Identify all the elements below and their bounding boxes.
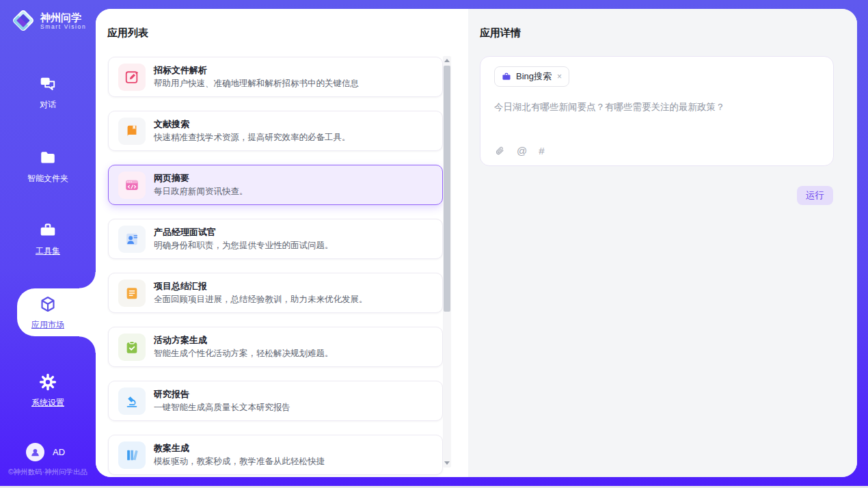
brand-name: 神州问学: [40, 12, 86, 23]
app-list-item[interactable]: 教案生成模板驱动，教案秒成，教学准备从此轻松快捷: [108, 435, 443, 475]
app-description: 模板驱动，教案秒成，教学准备从此轻松快捷: [154, 456, 325, 467]
sidebar-item-label: 工具集: [0, 245, 96, 257]
sidebar: 神州问学 Smart Vision 对话智能文件夹工具集应用市场系统设置 AD …: [0, 0, 96, 479]
brand-subtitle: Smart Vision: [40, 23, 86, 30]
sidebar-item-app-market[interactable]: 应用市场: [0, 295, 96, 331]
app-description: 帮助用户快速、准确地理解和解析招标书中的关键信息: [154, 78, 359, 90]
sidebar-item-label: 智能文件夹: [0, 173, 96, 185]
app-name: 研究报告: [154, 388, 189, 401]
app-description: 每日政府新闻资讯快查。: [154, 186, 248, 198]
event-plan-icon: [118, 334, 146, 361]
app-description: 全面回顾项目进展，总结经验教训，助力未来优化发展。: [154, 294, 368, 306]
chat-icon: [39, 75, 57, 93]
app-name: 教案生成: [154, 442, 189, 455]
app-name: 文献搜索: [154, 118, 189, 131]
cube-icon: [39, 295, 57, 313]
scrollbar-up-arrow-icon[interactable]: [444, 59, 450, 62]
tool-chip-bing-search[interactable]: Bing搜索 ×: [494, 66, 569, 87]
app-list-scrollbar[interactable]: [443, 56, 451, 467]
briefcase-icon: [502, 72, 511, 81]
query-text[interactable]: 今日湖北有哪些新闻要点？有哪些需要关注的最新政策？: [494, 100, 819, 113]
sidebar-item-label: 系统设置: [0, 397, 96, 409]
research-report-icon: [118, 388, 146, 415]
mention-icon[interactable]: @: [517, 146, 527, 157]
sidebar-item-smart-folder[interactable]: 智能文件夹: [0, 149, 96, 185]
project-summary-icon: [118, 280, 146, 307]
app-description: 明确身份和职责，为您提供专业性的面试问题。: [154, 240, 334, 252]
web-summary-icon: [118, 172, 146, 199]
app-list-item[interactable]: 研究报告一键智能生成高质量长文本研究报告: [108, 381, 443, 421]
app-list-item[interactable]: 文献搜索快速精准查找学术资源，提高研究效率的必备工具。: [108, 111, 443, 151]
app-name: 项目总结汇报: [154, 280, 207, 293]
app-name: 招标文件解析: [154, 64, 207, 77]
app-detail-title: 应用详情: [480, 27, 521, 40]
composer-toolbar: @ #: [494, 146, 545, 157]
run-button[interactable]: 运行: [797, 186, 833, 205]
app-description: 智能生成个性化活动方案，轻松解决规划难题。: [154, 348, 334, 360]
app-list: 招标文件解析帮助用户快速、准确地理解和解析招标书中的关键信息文献搜索快速精准查找…: [108, 57, 443, 477]
sidebar-item-label: 应用市场: [0, 319, 96, 331]
app-list-item[interactable]: 招标文件解析帮助用户快速、准确地理解和解析招标书中的关键信息: [108, 57, 443, 97]
query-card[interactable]: Bing搜索 × 今日湖北有哪些新闻要点？有哪些需要关注的最新政策？ @ #: [480, 56, 834, 166]
main-content: 应用列表 招标文件解析帮助用户快速、准确地理解和解析招标书中的关键信息文献搜索快…: [96, 9, 857, 477]
copyright-footer: ©神州数码·神州问学出品: [0, 467, 96, 477]
scrollbar-down-arrow-icon[interactable]: [444, 461, 450, 465]
lesson-plan-icon: [118, 442, 146, 469]
toolbox-icon: [39, 221, 57, 239]
app-list-item[interactable]: 产品经理面试官明确身份和职责，为您提供专业性的面试问题。: [108, 219, 443, 259]
app-description: 一键智能生成高质量长文本研究报告: [154, 402, 290, 414]
brand-logo: 神州问学 Smart Vision: [11, 8, 86, 33]
literature-search-icon: [118, 118, 146, 145]
folder-icon: [39, 149, 57, 167]
scrollbar-thumb[interactable]: [444, 66, 450, 312]
attachment-icon[interactable]: [494, 146, 505, 157]
sidebar-item-chat[interactable]: 对话: [0, 75, 96, 111]
sidebar-item-label: 对话: [0, 99, 96, 111]
sidebar-item-settings[interactable]: 系统设置: [0, 373, 96, 409]
sidebar-item-toolset[interactable]: 工具集: [0, 221, 96, 257]
app-detail-panel: 应用详情 Bing搜索 × 今日湖北有哪些新闻要点？有哪些需要关注的最新政策？ …: [468, 9, 857, 477]
app-name: 网页摘要: [154, 172, 189, 185]
app-description: 快速精准查找学术资源，提高研究效率的必备工具。: [154, 132, 351, 144]
gear-icon: [39, 373, 57, 391]
app-name: 活动方案生成: [154, 334, 207, 347]
user-avatar-icon: [26, 443, 44, 461]
tool-chip-label: Bing搜索: [516, 70, 552, 83]
user-initials: AD: [53, 447, 65, 457]
user-account[interactable]: AD: [26, 443, 65, 461]
interviewer-icon: [118, 226, 146, 253]
chip-close-icon[interactable]: ×: [557, 72, 562, 81]
diamond-logo-icon: [11, 8, 36, 33]
hash-icon[interactable]: #: [539, 146, 544, 157]
app-list-item[interactable]: 活动方案生成智能生成个性化活动方案，轻松解决规划难题。: [108, 327, 443, 367]
app-list-item[interactable]: 网页摘要每日政府新闻资讯快查。: [108, 165, 443, 205]
app-list-title: 应用列表: [107, 27, 148, 40]
tender-doc-icon: [118, 64, 146, 91]
app-list-panel: 应用列表 招标文件解析帮助用户快速、准确地理解和解析招标书中的关键信息文献搜索快…: [96, 9, 468, 477]
app-name: 产品经理面试官: [154, 226, 216, 239]
app-list-item[interactable]: 项目总结汇报全面回顾项目进展，总结经验教训，助力未来优化发展。: [108, 273, 443, 313]
